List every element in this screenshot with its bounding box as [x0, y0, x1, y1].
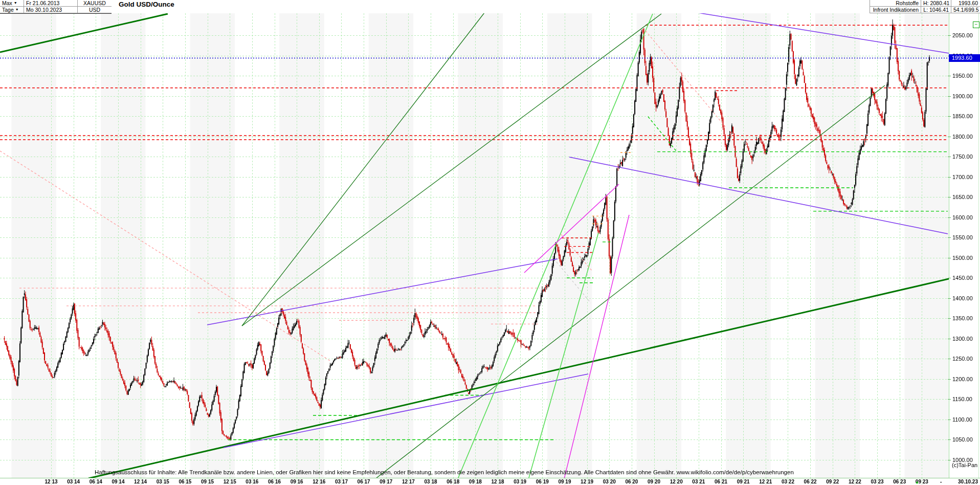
price-axis-label: 1450.00: [952, 275, 973, 281]
time-axis-label: 12 17: [402, 479, 415, 484]
price-axis-label: 1950.00: [952, 73, 973, 79]
price-axis[interactable]: 2050.002000.001950.001900.001850.001800.…: [949, 13, 980, 478]
time-axis-label: 03 22: [782, 479, 794, 484]
time-axis-label: 12 18: [491, 479, 504, 484]
instrument-title: Gold USD/Ounce: [119, 1, 174, 8]
time-axis-label: 03 19: [514, 479, 526, 484]
price-tick: [948, 298, 951, 299]
time-axis[interactable]: 12 1303 1406 1409 1412 1403 1506 1509 15…: [0, 478, 980, 485]
time-axis-label: 12 16: [313, 479, 325, 484]
time-axis-label: 09 21: [737, 479, 750, 484]
price-tick: [948, 116, 951, 117]
time-axis-label: 09 17: [380, 479, 392, 484]
start-date-field[interactable]: Fr 21.06.2013: [24, 0, 77, 7]
price-tick: [948, 157, 951, 157]
price-axis-label: 1350.00: [952, 315, 973, 321]
price-axis-label: 2050.00: [952, 32, 973, 38]
price-axis-label: 1800.00: [952, 134, 973, 140]
time-axis-label: 03 17: [335, 479, 348, 484]
time-axis-label: 03 20: [603, 479, 616, 484]
price-axis-label: 1200.00: [952, 376, 973, 382]
period-high-value: H: 2080.41: [921, 0, 951, 7]
price-tick: [948, 318, 951, 319]
time-axis-label: 09 22: [826, 479, 839, 484]
up-arrow-icon: ▲: [915, 480, 919, 484]
last-price-badge: 1993.60: [949, 54, 980, 62]
time-axis-label: 12 19: [581, 479, 593, 484]
time-axis-label: 03 16: [246, 479, 258, 484]
time-axis-label: 03 14: [67, 479, 80, 484]
price-tick: [948, 197, 951, 197]
time-axis-label: 06 17: [358, 479, 370, 484]
currency-label: USD: [78, 7, 112, 13]
time-axis-label: 06 19: [536, 479, 549, 484]
price-tick: [948, 96, 951, 97]
time-axis-label: 06 21: [715, 479, 727, 484]
price-axis-label: 1750.00: [952, 153, 973, 160]
price-tick: [948, 339, 951, 339]
time-axis-label: 12 15: [224, 479, 236, 484]
header-bar: Max ▼ Tage ▼ Fr 21.06.2013 Mo 30.10.2023…: [0, 0, 980, 13]
price-tick: [948, 35, 951, 36]
time-axis-label: 06 23: [893, 479, 906, 484]
price-axis-label: 1300.00: [952, 336, 973, 342]
time-axis-label: 12 21: [759, 479, 772, 484]
price-axis-label: 1250.00: [952, 356, 973, 362]
price-tick: [948, 237, 951, 238]
end-date-field[interactable]: Mo 30.10.2023: [24, 7, 77, 13]
time-axis-label: 06 16: [268, 479, 281, 484]
price-axis-label: 1900.00: [952, 93, 973, 99]
time-axis-label: 03 21: [692, 479, 705, 484]
price-tick: [948, 439, 951, 440]
provider-label: Infront Indikationen: [870, 7, 921, 13]
price-tick: [948, 76, 951, 76]
taipan-chart-window: 2050.002000.001950.001900.001850.001800.…: [0, 0, 980, 485]
symbol-label: XAUUSD: [78, 0, 112, 7]
price-tick: [948, 460, 951, 460]
price-axis-label: 1500.00: [952, 255, 973, 261]
time-axis-label: 12 13: [44, 479, 57, 484]
time-axis-label: 09 14: [112, 479, 124, 484]
price-candles-canvas[interactable]: [0, 13, 949, 478]
period-label: Tage: [2, 7, 14, 13]
time-axis-label: 09 15: [201, 479, 214, 484]
price-axis-label: 1100.00: [952, 416, 972, 423]
period-dropdown[interactable]: Tage ▼: [0, 7, 24, 13]
time-axis-label: 06 14: [90, 479, 102, 484]
price-tick: [948, 359, 951, 359]
price-axis-label: 1550.00: [952, 234, 973, 240]
time-axis-label: 09 18: [469, 479, 482, 484]
time-axis-label: 09 20: [648, 479, 660, 484]
collapse-icon[interactable]: −: [973, 21, 979, 28]
price-axis-label: 1600.00: [952, 214, 973, 221]
time-axis-label: 06 18: [447, 479, 459, 484]
category-label: Rohstoffe: [870, 0, 921, 7]
header-left-cells: Max ▼ Tage ▼ Fr 21.06.2013 Mo 30.10.2023…: [0, 0, 112, 14]
price-tick: [948, 420, 951, 420]
time-axis-label: 06 15: [179, 479, 191, 484]
price-axis-label: 1850.00: [952, 113, 973, 119]
price-tick: [948, 177, 951, 178]
header-right-cells: Rohstoffe Infront Indikationen H: 2080.4…: [870, 0, 980, 13]
chart-area[interactable]: 2050.002000.001950.001900.001850.001800.…: [0, 0, 980, 485]
time-axis-label: 09 19: [558, 479, 571, 484]
end-dash-label: -: [940, 479, 942, 484]
time-axis-label: 03 15: [157, 479, 169, 484]
price-axis-label: 1400.00: [952, 295, 973, 301]
range-label: Max: [2, 0, 12, 6]
time-axis-label: 09 16: [291, 479, 303, 484]
price-axis-label: 1050.00: [952, 436, 973, 443]
disclaimer-text: Haftungsausschluss für Inhalte: Alle Tre…: [95, 469, 794, 475]
price-tick: [948, 137, 951, 137]
price-tick: [948, 399, 951, 400]
last-price-value: 1993.60: [951, 0, 980, 7]
copyright-label: (c)Tai-Pan: [952, 462, 977, 468]
time-axis-label: 06 22: [804, 479, 817, 484]
time-axis-label: 03 23: [871, 479, 884, 484]
chevron-down-icon: ▼: [14, 1, 17, 6]
price-tick: [948, 258, 951, 258]
time-axis-label: 12 22: [849, 479, 861, 484]
range-dropdown[interactable]: Max ▼: [0, 0, 24, 7]
time-axis-label: 12 14: [134, 479, 147, 484]
time-axis-label: 06 20: [625, 479, 638, 484]
